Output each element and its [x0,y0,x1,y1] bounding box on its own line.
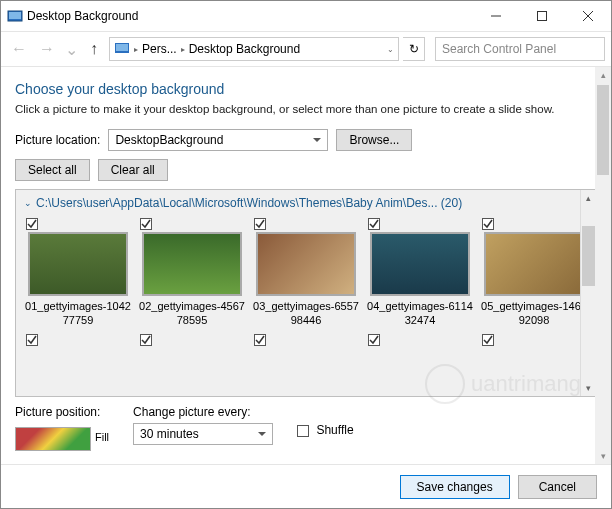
thumbnail-image [370,232,470,296]
thumbnail-image [142,232,242,296]
thumbnail-item[interactable]: 01_gettyimages-104277759 [24,216,132,328]
thumbnail-checkbox[interactable] [482,334,494,346]
nav-row: ← → ⌄ ↑ ▸ Pers...▸ Desktop Background ⌄ … [1,31,611,67]
thumbnail-image [256,232,356,296]
browse-button[interactable]: Browse... [336,129,412,151]
thumbnail-checkbox[interactable] [368,218,380,230]
breadcrumb-segment[interactable]: Desktop Background [189,42,300,56]
thumbnail-item[interactable]: 05_gettyimages-146892098 [480,216,588,328]
scroll-up-button[interactable]: ▴ [595,67,611,83]
thumbnail-checkbox[interactable] [26,218,38,230]
thumbnail-checkbox[interactable] [140,218,152,230]
folder-icon [114,40,130,59]
gallery-group-header[interactable]: ⌄ C:\Users\user\AppData\Local\Microsoft\… [16,190,596,216]
scroll-thumb[interactable] [582,226,596,286]
window: Desktop Background ← → ⌄ ↑ ▸ Pers...▸ De… [0,0,612,509]
svg-rect-7 [116,44,128,51]
picture-position-label: Picture position: [15,405,109,419]
thumbnail-label: 05_gettyimages-146892098 [480,300,588,328]
window-title: Desktop Background [27,9,138,23]
thumbnail-item[interactable]: 02_gettyimages-456778595 [138,216,246,328]
clear-all-button[interactable]: Clear all [98,159,168,181]
up-button[interactable]: ↑ [83,40,105,58]
picture-location-combo[interactable]: DesktopBackground [108,129,328,151]
close-button[interactable] [565,1,611,31]
thumbnail-label: 04_gettyimages-611432474 [366,300,474,328]
thumbnail-checkbox[interactable] [368,334,380,346]
thumbnail-image [28,232,128,296]
thumbnail-checkbox[interactable] [254,218,266,230]
thumbnail-checkbox[interactable] [140,334,152,346]
titlebar: Desktop Background [1,1,611,31]
back-button[interactable]: ← [7,37,31,61]
svg-rect-3 [538,12,547,21]
breadcrumb-segment[interactable]: Pers... [142,42,177,56]
gallery: ⌄ C:\Users\user\AppData\Local\Microsoft\… [15,189,597,397]
thumbnail-item[interactable]: 03_gettyimages-655798446 [252,216,360,328]
address-bar[interactable]: ▸ Pers...▸ Desktop Background ⌄ [109,37,399,61]
scroll-down-button[interactable]: ▾ [581,380,596,396]
save-changes-button[interactable]: Save changes [400,475,510,499]
shuffle-label: Shuffle [316,423,353,437]
page-subtext: Click a picture to make it your desktop … [15,103,597,115]
position-preview[interactable] [15,427,91,451]
thumbnail-label: 02_gettyimages-456778595 [138,300,246,328]
recent-locations-button[interactable]: ⌄ [63,40,79,59]
content-area: Choose your desktop background Click a p… [1,67,611,464]
thumbnail-checkbox[interactable] [482,218,494,230]
chevron-down-icon: ⌄ [24,198,32,208]
thumbnail-label: 01_gettyimages-104277759 [24,300,132,328]
content-scrollbar[interactable]: ▴ ▾ [595,67,611,464]
chevron-down-icon[interactable]: ⌄ [387,45,394,54]
forward-button[interactable]: → [35,37,59,61]
gallery-scrollbar[interactable]: ▴ ▾ [580,190,596,396]
thumbnail-image [484,232,584,296]
thumbnail-label: 03_gettyimages-655798446 [252,300,360,328]
maximize-button[interactable] [519,1,565,31]
thumbnail-checkbox[interactable] [26,334,38,346]
picture-location-label: Picture location: [15,133,100,147]
scroll-thumb[interactable] [597,85,609,175]
thumbnail-checkbox[interactable] [254,334,266,346]
svg-rect-1 [9,12,21,19]
change-every-label: Change picture every: [133,405,273,419]
footer: Save changes Cancel [1,464,611,508]
scroll-down-button[interactable]: ▾ [595,448,611,464]
shuffle-checkbox[interactable] [297,425,309,437]
cancel-button[interactable]: Cancel [518,475,597,499]
chevron-right-icon: ▸ [134,45,138,54]
thumbnail-item[interactable]: 04_gettyimages-611432474 [366,216,474,328]
change-every-combo[interactable]: 30 minutes [133,423,273,445]
select-all-button[interactable]: Select all [15,159,90,181]
search-input[interactable]: Search Control Panel [435,37,605,61]
page-heading: Choose your desktop background [15,81,597,97]
gallery-path-text: C:\Users\user\AppData\Local\Microsoft\Wi… [36,196,462,210]
chevron-right-icon: ▸ [181,45,185,54]
scroll-up-button[interactable]: ▴ [581,190,596,206]
position-value: Fill [95,431,109,443]
minimize-button[interactable] [473,1,519,31]
app-icon [7,8,23,24]
refresh-button[interactable]: ↻ [403,37,425,61]
